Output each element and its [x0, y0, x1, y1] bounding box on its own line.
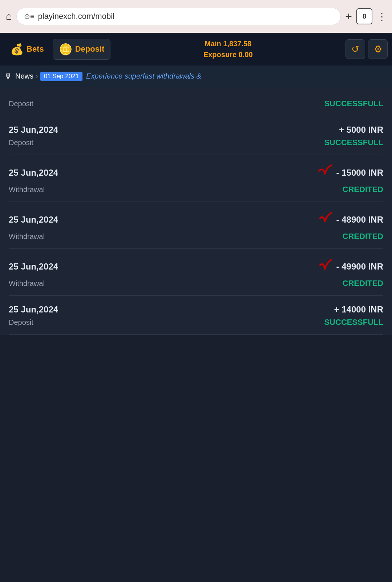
transaction-date: 25 Jun,2024: [9, 125, 58, 135]
transaction-amount: + 14000 INR: [334, 304, 383, 315]
transaction-date: 25 Jun,2024: [9, 304, 58, 315]
table-row: Deposit SUCCESSFULL: [9, 87, 383, 116]
bets-nav-button[interactable]: 💰 Bets: [4, 39, 50, 59]
address-icon: ⊙≡: [24, 12, 35, 21]
transaction-amount: - 15000 INR: [317, 164, 383, 182]
transaction-date: 25 Jun,2024: [9, 262, 58, 272]
transaction-type: Withdrawal: [9, 186, 45, 194]
bets-icon: 💰: [10, 43, 24, 56]
transaction-amount: - 49900 INR: [317, 258, 383, 276]
transaction-type: Withdrawal: [9, 279, 45, 288]
table-row: 25 Jun,2024 - 15000 INR Withdrawal CREDI…: [9, 155, 383, 202]
transaction-status: CREDITED: [343, 279, 383, 288]
deposit-icon: 🪙: [59, 43, 72, 56]
transaction-list: Deposit SUCCESSFULL 25 Jun,2024 + 5000 I…: [0, 87, 392, 335]
refresh-icon: ↺: [351, 44, 359, 55]
browser-chrome: ⌂ ⊙≡ playinexch.com/mobil + 8 ⋮: [0, 0, 392, 33]
new-tab-button[interactable]: +: [345, 10, 352, 23]
transaction-amount: + 5000 INR: [339, 125, 383, 135]
deposit-nav-button[interactable]: 🪙 Deposit: [53, 39, 111, 60]
table-row: 25 Jun,2024 + 5000 INR Deposit SUCCESSFU…: [9, 116, 383, 155]
settings-button[interactable]: ⚙: [368, 39, 388, 59]
transaction-status: SUCCESSFULL: [324, 318, 383, 327]
red-checkmark-icon: [317, 258, 333, 276]
news-ticker: 🎙 News › 01 Sep 2021 Experience superfas…: [0, 65, 392, 87]
refresh-button[interactable]: ↺: [345, 39, 365, 59]
transaction-type: Withdrawal: [9, 232, 45, 241]
transaction-status: SUCCESSFULL: [324, 138, 383, 147]
transaction-date: 25 Jun,2024: [9, 215, 58, 225]
transaction-type: Deposit: [9, 100, 33, 108]
home-icon[interactable]: ⌂: [6, 11, 12, 22]
table-row: 25 Jun,2024 + 14000 INR Deposit SUCCESSF…: [9, 296, 383, 335]
address-bar[interactable]: ⊙≡ playinexch.com/mobil: [16, 8, 341, 25]
transaction-type: Deposit: [9, 139, 33, 147]
transaction-date: 25 Jun,2024: [9, 168, 58, 178]
news-label: 🎙 News: [4, 72, 33, 81]
red-checkmark-icon: [317, 211, 333, 229]
main-balance: Main 1,837.58: [113, 38, 343, 49]
transaction-status: CREDITED: [343, 185, 383, 194]
red-checkmark-icon: [317, 164, 333, 182]
url-text: playinexch.com/mobil: [38, 12, 114, 21]
microphone-icon: 🎙: [4, 72, 12, 81]
news-date-badge: 01 Sep 2021: [40, 72, 82, 81]
exposure-balance: Exposure 0.00: [113, 49, 343, 60]
news-content: Experience superfast withdrawals &: [86, 72, 201, 80]
transaction-status: CREDITED: [343, 232, 383, 241]
news-chevron-icon: ›: [36, 72, 38, 80]
table-row: 25 Jun,2024 - 49900 INR Withdrawal CREDI…: [9, 249, 383, 296]
transaction-type: Deposit: [9, 318, 33, 327]
table-row: 25 Jun,2024 - 48900 INR Withdrawal CREDI…: [9, 202, 383, 249]
settings-icon: ⚙: [374, 44, 382, 55]
deposit-label: Deposit: [75, 44, 105, 54]
bets-label: Bets: [27, 44, 44, 54]
balance-display: Main 1,837.58 Exposure 0.00: [113, 38, 343, 60]
transaction-amount: - 48900 INR: [317, 211, 383, 229]
tabs-count-button[interactable]: 8: [356, 8, 372, 24]
browser-menu-button[interactable]: ⋮: [377, 11, 386, 23]
transaction-status: SUCCESSFULL: [324, 99, 383, 108]
app-header: 💰 Bets 🪙 Deposit Main 1,837.58 Exposure …: [0, 33, 392, 65]
